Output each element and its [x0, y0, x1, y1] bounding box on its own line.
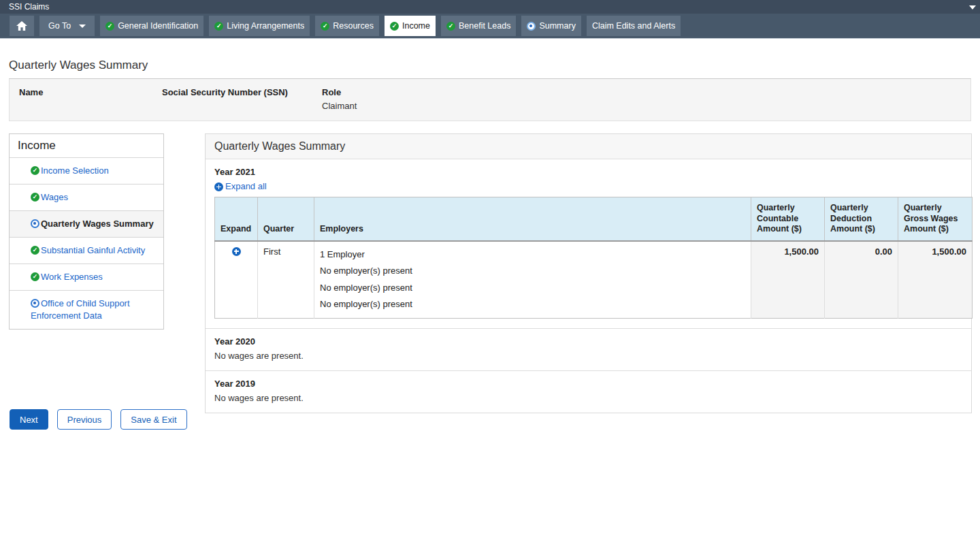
employer-line: 1 Employer [320, 246, 745, 263]
year-label: Year 2019 [214, 379, 962, 389]
ssn-value [162, 101, 322, 111]
sidebar-item-label[interactable]: Work Expenses [41, 272, 103, 282]
sidebar-title: Income [10, 134, 163, 158]
role-label: Role [322, 87, 970, 97]
sidebar-item-label: Quarterly Wages Summary [41, 219, 154, 229]
tab-label: Income [402, 21, 430, 31]
chevron-down-icon[interactable] [969, 5, 976, 10]
main-navigation: Go To General Identification Living Arra… [0, 14, 980, 39]
radio-circle-icon [31, 219, 39, 228]
tab-general-identification[interactable]: General Identification [100, 16, 203, 36]
check-circle-icon [214, 22, 223, 31]
plus-circle-icon[interactable] [232, 247, 241, 256]
app-title: SSI Claims [9, 2, 49, 12]
home-button[interactable] [10, 16, 34, 36]
sidebar-item-quarterly-wages-summary[interactable]: Quarterly Wages Summary [10, 211, 163, 238]
check-circle-icon [390, 22, 399, 31]
check-circle-icon [105, 22, 114, 31]
goto-menu-button[interactable]: Go To [39, 16, 95, 36]
no-wages-text: No wages are present. [214, 351, 962, 361]
name-value [19, 101, 162, 111]
check-circle-icon [31, 246, 39, 255]
radio-circle-icon [527, 22, 536, 31]
check-circle-icon [446, 22, 455, 31]
employers-cell: 1 Employer No employer(s) present No emp… [314, 241, 751, 319]
sidebar-item-wages[interactable]: Wages [10, 185, 163, 211]
claimant-ssn-field: Social Security Number (SSN) [162, 87, 322, 111]
home-icon [16, 21, 27, 31]
check-circle-icon [31, 272, 39, 281]
gross-wages-amount-cell: 1,500.00 [898, 241, 973, 319]
col-header-expand: Expand [215, 197, 258, 241]
name-label: Name [19, 87, 162, 97]
year-2020-section: Year 2020 No wages are present. [206, 328, 971, 370]
footer-buttons: Next Previous Save & Exit [10, 409, 187, 430]
table-row: First 1 Employer No employer(s) present … [215, 241, 973, 319]
radio-circle-icon [31, 299, 39, 308]
tab-summary[interactable]: Summary [521, 16, 581, 36]
tab-label: Claim Edits and Alerts [592, 21, 675, 31]
sidebar-item-label[interactable]: Office of Child Support Enforcement Data [31, 298, 130, 321]
save-and-exit-button[interactable]: Save & Exit [120, 409, 186, 430]
previous-button[interactable]: Previous [57, 409, 112, 430]
income-sidebar: Income Income Selection Wages Quarterly … [9, 133, 164, 330]
col-header-countable-amount: Quarterly Countable Amount ($) [751, 197, 825, 241]
sidebar-item-income-selection[interactable]: Income Selection [10, 158, 163, 185]
tab-label: Benefit Leads [459, 21, 510, 31]
claimant-role-field: Role Claimant [322, 87, 970, 111]
claimant-name-field: Name [19, 87, 162, 111]
tab-benefit-leads[interactable]: Benefit Leads [441, 16, 516, 36]
check-circle-icon [321, 22, 329, 31]
claimant-info-bar: Name Social Security Number (SSN) Role C… [9, 78, 971, 121]
year-label: Year 2021 [214, 167, 962, 177]
role-value: Claimant [322, 101, 970, 111]
check-circle-icon [31, 193, 39, 202]
tab-label: Resources [333, 21, 374, 31]
check-circle-icon [31, 166, 39, 175]
sidebar-item-child-support-enforcement-data[interactable]: Office of Child Support Enforcement Data [10, 291, 163, 329]
quarterly-wages-table: Expand Quarter Employers Quarterly Count… [214, 197, 973, 319]
expand-all-control[interactable]: Expand all [214, 181, 962, 192]
tab-label: Summary [539, 21, 575, 31]
tab-label: Living Arrangements [227, 21, 304, 31]
col-header-quarter: Quarter [258, 197, 314, 241]
sidebar-item-substantial-gainful-activity[interactable]: Substantial Gainful Activity [10, 238, 163, 264]
panel-heading: Quarterly Wages Summary [206, 134, 971, 159]
page-title: Quarterly Wages Summary [9, 59, 148, 72]
employer-line: No employer(s) present [320, 263, 745, 280]
quarterly-wages-summary-panel: Quarterly Wages Summary Year 2021 Expand… [205, 133, 972, 413]
sidebar-item-label[interactable]: Substantial Gainful Activity [41, 245, 145, 255]
ssn-label: Social Security Number (SSN) [162, 87, 322, 97]
tab-income[interactable]: Income [385, 16, 436, 36]
caret-down-icon [79, 25, 86, 28]
tab-label: General Identification [118, 21, 198, 31]
tab-living-arrangements[interactable]: Living Arrangements [209, 16, 310, 36]
no-wages-text: No wages are present. [214, 393, 962, 403]
table-header-row: Expand Quarter Employers Quarterly Count… [215, 197, 973, 241]
tab-resources[interactable]: Resources [315, 16, 379, 36]
sidebar-item-label[interactable]: Income Selection [41, 165, 109, 176]
col-header-gross-wages-amount: Quarterly Gross Wages Amount ($) [898, 197, 973, 241]
tab-claim-edits-and-alerts[interactable]: Claim Edits and Alerts [587, 16, 681, 36]
employer-line: No employer(s) present [320, 296, 745, 313]
employer-line: No employer(s) present [320, 280, 745, 297]
goto-label: Go To [48, 21, 71, 31]
quarter-cell: First [258, 241, 314, 319]
sidebar-item-label[interactable]: Wages [41, 192, 68, 202]
next-button[interactable]: Next [10, 409, 48, 430]
col-header-employers: Employers [314, 197, 751, 241]
top-bar: SSI Claims [0, 0, 980, 14]
deduction-amount-cell: 0.00 [825, 241, 898, 319]
year-2019-section: Year 2019 No wages are present. [206, 370, 971, 413]
expand-all-link[interactable]: Expand all [225, 181, 267, 191]
year-2021-section: Year 2021 Expand all Expand Quarter Empl… [206, 159, 971, 328]
col-header-deduction-amount: Quarterly Deduction Amount ($) [825, 197, 898, 241]
plus-circle-icon[interactable] [214, 182, 223, 191]
countable-amount-cell: 1,500.00 [751, 241, 825, 319]
expand-row-cell[interactable] [215, 241, 258, 319]
sidebar-item-work-expenses[interactable]: Work Expenses [10, 264, 163, 291]
year-label: Year 2020 [214, 336, 962, 347]
